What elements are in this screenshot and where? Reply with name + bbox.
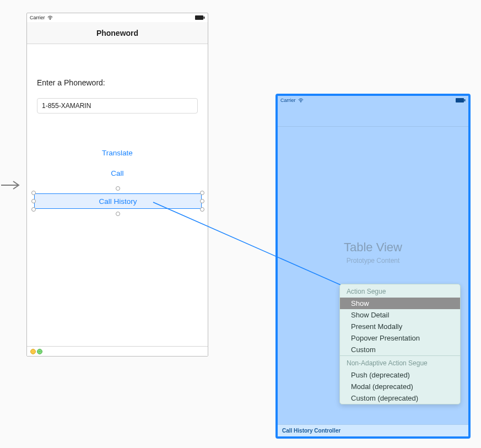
phoneword-input[interactable] [37, 98, 198, 114]
navigation-bar: Phoneword [27, 22, 208, 44]
battery-icon [195, 15, 205, 20]
navigation-bar [278, 105, 468, 127]
scene-phoneword: Carrier Phoneword Enter a Phoneword: Tra… [26, 13, 208, 357]
segue-option-popover[interactable]: Popover Presentation [340, 332, 460, 344]
table-view-subtitle: Prototype Content [344, 257, 402, 265]
segue-option-present-modally[interactable]: Present Modally [340, 321, 460, 332]
table-view-placeholder: Table View Prototype Content [344, 240, 402, 265]
svg-rect-2 [195, 15, 203, 20]
svg-rect-6 [464, 99, 466, 101]
prompt-label: Enter a Phoneword: [37, 78, 198, 87]
call-history-button-selection[interactable]: Call History [34, 193, 202, 209]
resize-handle[interactable] [116, 212, 120, 216]
scene-footer: Call History Controller [278, 424, 468, 436]
status-bar: Carrier [278, 96, 468, 105]
segue-option-custom-deprecated[interactable]: Custom (deprecated) [340, 392, 460, 404]
resize-handle[interactable] [200, 199, 204, 203]
svg-rect-5 [456, 98, 464, 102]
call-history-button[interactable]: Call History [34, 193, 202, 209]
controller-name-label: Call History Controller [282, 428, 341, 434]
resize-handle[interactable] [200, 207, 204, 212]
call-history-label: Call History [99, 197, 137, 206]
carrier-label: Carrier [30, 15, 45, 20]
scene-footer [27, 346, 208, 356]
segue-option-show[interactable]: Show [340, 298, 460, 309]
wifi-icon [298, 98, 304, 102]
translate-button[interactable]: Translate [102, 149, 133, 157]
segue-option-custom[interactable]: Custom [340, 344, 460, 355]
nav-title: Phoneword [96, 29, 138, 37]
resize-handle[interactable] [31, 207, 36, 212]
incoming-segue-arrow [1, 180, 23, 191]
resize-handle[interactable] [200, 191, 204, 195]
first-responder-icon[interactable] [30, 349, 36, 354]
resize-handle[interactable] [31, 191, 36, 195]
table-view-title: Table View [344, 240, 402, 255]
resize-handle[interactable] [116, 186, 120, 191]
segue-option-show-detail[interactable]: Show Detail [340, 309, 460, 321]
menu-header-action: Action Segue [340, 284, 460, 298]
segue-option-push[interactable]: Push (deprecated) [340, 369, 460, 381]
menu-header-nonadaptive: Non-Adaptive Action Segue [340, 356, 460, 369]
battery-icon [456, 98, 466, 102]
segue-menu[interactable]: Action Segue Show Show Detail Present Mo… [339, 284, 461, 404]
segue-option-modal[interactable]: Modal (deprecated) [340, 381, 460, 392]
call-button[interactable]: Call [111, 169, 123, 177]
wifi-icon [47, 15, 53, 20]
exit-icon[interactable] [37, 349, 42, 354]
resize-handle[interactable] [31, 199, 36, 203]
svg-point-1 [50, 19, 51, 20]
svg-rect-3 [204, 17, 205, 19]
status-bar: Carrier [27, 13, 208, 22]
svg-point-4 [300, 101, 301, 102]
carrier-label: Carrier [280, 98, 296, 103]
